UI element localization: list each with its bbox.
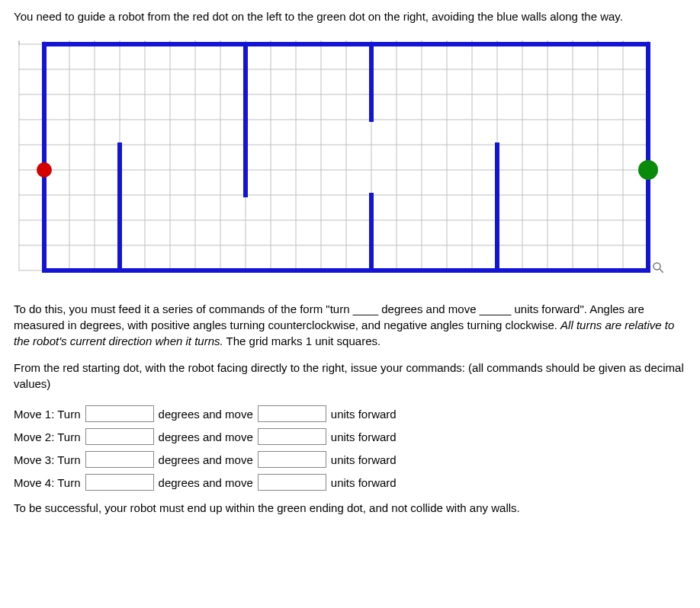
move-mid-label: degrees and move (159, 476, 253, 489)
turn-input-1[interactable] (85, 405, 154, 422)
move-tail-label: units forward (331, 430, 397, 443)
moves-list: Move 1: Turndegrees and moveunits forwar… (14, 405, 686, 491)
move-tail-label: units forward (331, 408, 397, 421)
intro-text: You need to guide a robot from the red d… (14, 9, 686, 24)
distance-input-1[interactable] (258, 405, 326, 422)
move-mid-label: degrees and move (159, 453, 253, 466)
svg-point-73 (653, 263, 660, 270)
instructions-1: To do this, you must feed it a series of… (14, 301, 686, 349)
turn-input-3[interactable] (85, 451, 154, 468)
distance-input-2[interactable] (258, 428, 326, 445)
move-label: Move 3: Turn (14, 453, 81, 466)
magnify-icon[interactable] (651, 261, 665, 274)
move-label: Move 2: Turn (14, 430, 81, 443)
svg-point-71 (37, 162, 52, 178)
move-row-1: Move 1: Turndegrees and moveunits forwar… (14, 405, 686, 422)
move-label: Move 1: Turn (14, 408, 81, 421)
instructions-1b: The grid marks 1 unit squares. (223, 334, 381, 347)
svg-line-74 (660, 270, 663, 274)
distance-input-3[interactable] (258, 451, 326, 468)
maze-diagram (14, 38, 677, 282)
turn-input-4[interactable] (85, 474, 154, 491)
move-row-4: Move 4: Turndegrees and moveunits forwar… (14, 474, 686, 491)
instructions-2: From the red starting dot, with the robo… (14, 360, 686, 392)
move-tail-label: units forward (331, 453, 397, 466)
maze-container (14, 38, 686, 284)
move-row-3: Move 3: Turndegrees and moveunits forwar… (14, 451, 686, 468)
footer-text: To be successful, your robot must end up… (14, 501, 686, 514)
svg-point-72 (638, 160, 658, 180)
instructions-1a: To do this, you must feed it a series of… (14, 302, 644, 331)
move-tail-label: units forward (331, 476, 397, 489)
move-row-2: Move 2: Turndegrees and moveunits forwar… (14, 428, 686, 445)
move-mid-label: degrees and move (159, 430, 253, 443)
distance-input-4[interactable] (258, 474, 326, 491)
move-mid-label: degrees and move (159, 408, 253, 421)
turn-input-2[interactable] (85, 428, 154, 445)
move-label: Move 4: Turn (14, 476, 81, 489)
